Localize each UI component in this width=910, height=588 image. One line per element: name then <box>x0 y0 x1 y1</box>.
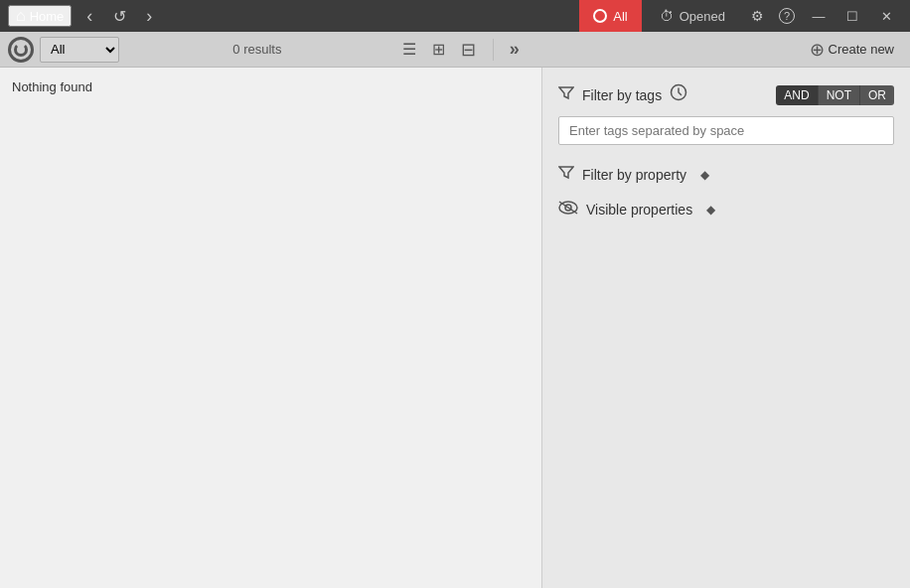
tab-opened-clock-icon: ⏱ <box>660 8 674 24</box>
eye-icon <box>558 201 578 218</box>
home-button[interactable]: ⌂ Home <box>8 5 72 27</box>
visible-properties-header[interactable]: Visible properties ◆ <box>558 201 894 218</box>
filter-property-diamond-icon: ◆ <box>700 168 709 182</box>
filter-tags-icon <box>558 85 574 105</box>
filter-property-icon <box>558 165 574 185</box>
type-select[interactable]: All Notes Tasks Files <box>40 37 119 63</box>
refresh-icon: ↺ <box>113 7 126 26</box>
visible-properties-diamond-icon: ◆ <box>706 203 715 217</box>
settings-button[interactable]: ⚙ <box>743 2 771 30</box>
help-button[interactable]: ? <box>773 2 801 30</box>
filter-tags-title: Filter by tags <box>582 87 662 103</box>
view-grid-large-button[interactable]: ⊟ <box>454 35 483 65</box>
create-new-label: Create new <box>829 42 894 57</box>
grid-large-view-icon: ⊟ <box>461 40 476 60</box>
nothing-found-text: Nothing found <box>12 79 92 94</box>
main-content: Nothing found Filter by tags <box>0 68 910 588</box>
list-view-icon: ☰ <box>402 41 416 58</box>
clock-icon <box>670 83 687 106</box>
filter-property-section: Filter by property ◆ <box>558 165 894 185</box>
expand-icon: » <box>510 39 520 60</box>
tab-all-label: All <box>613 9 627 24</box>
tab-all-button[interactable]: All <box>579 0 641 32</box>
tag-logic-and-button[interactable]: AND <box>776 85 818 105</box>
tag-logic-or-button[interactable]: OR <box>860 85 894 105</box>
settings-icon: ⚙ <box>751 8 764 24</box>
help-icon: ? <box>779 8 795 24</box>
visible-properties-title: Visible properties <box>586 202 692 218</box>
create-new-button[interactable]: ⊕ Create new <box>802 36 902 64</box>
filter-property-title: Filter by property <box>582 167 686 183</box>
tab-all-circle-icon <box>593 9 607 23</box>
filter-property-header[interactable]: Filter by property ◆ <box>558 165 894 185</box>
create-new-plus-icon: ⊕ <box>810 39 825 61</box>
minimize-button[interactable]: — <box>803 2 834 30</box>
grid-small-view-icon: ⊞ <box>432 41 445 58</box>
minimize-icon: — <box>813 9 826 24</box>
titlebar: ⌂ Home ‹ ↺ › All ⏱ Opened ⚙ ? — ☐ <box>0 0 910 32</box>
forward-button[interactable]: › <box>135 2 163 30</box>
home-label: Home <box>30 9 65 24</box>
forward-icon: › <box>146 6 152 27</box>
tags-clock-button[interactable] <box>670 83 687 106</box>
close-button[interactable]: ✕ <box>870 2 902 30</box>
restore-icon: ☐ <box>846 9 858 24</box>
filter-tags-section: Filter by tags AND NOT OR <box>558 83 894 145</box>
back-button[interactable]: ‹ <box>76 2 103 30</box>
right-panel: Filter by tags AND NOT OR <box>542 68 910 588</box>
expand-panel-button[interactable]: » <box>504 39 526 60</box>
tab-opened-label: Opened <box>680 9 725 24</box>
nav-buttons: ‹ ↺ › <box>76 2 163 30</box>
refresh-button[interactable]: ↺ <box>105 2 133 30</box>
results-count: 0 results <box>125 42 389 57</box>
back-icon: ‹ <box>86 6 92 27</box>
tab-opened-button[interactable]: ⏱ Opened <box>646 0 739 32</box>
filter-tags-header: Filter by tags AND NOT OR <box>558 83 894 106</box>
left-panel: Nothing found <box>0 68 542 588</box>
toolbar: All Notes Tasks Files 0 results ☰ ⊞ ⊟ » … <box>0 32 910 68</box>
restore-button[interactable]: ☐ <box>836 2 868 30</box>
tag-logic-buttons: AND NOT OR <box>776 85 894 105</box>
visible-properties-section: Visible properties ◆ <box>558 201 894 218</box>
view-list-button[interactable]: ☰ <box>395 35 423 65</box>
tags-input[interactable] <box>558 116 894 145</box>
tag-logic-not-button[interactable]: NOT <box>819 85 860 105</box>
spinner-button[interactable] <box>8 37 34 63</box>
titlebar-icon-buttons: ⚙ ? — ☐ ✕ <box>743 2 902 30</box>
close-icon: ✕ <box>881 9 892 24</box>
view-grid-small-button[interactable]: ⊞ <box>425 35 452 65</box>
home-icon: ⌂ <box>16 7 26 25</box>
view-buttons: ☰ ⊞ ⊟ <box>395 35 483 65</box>
